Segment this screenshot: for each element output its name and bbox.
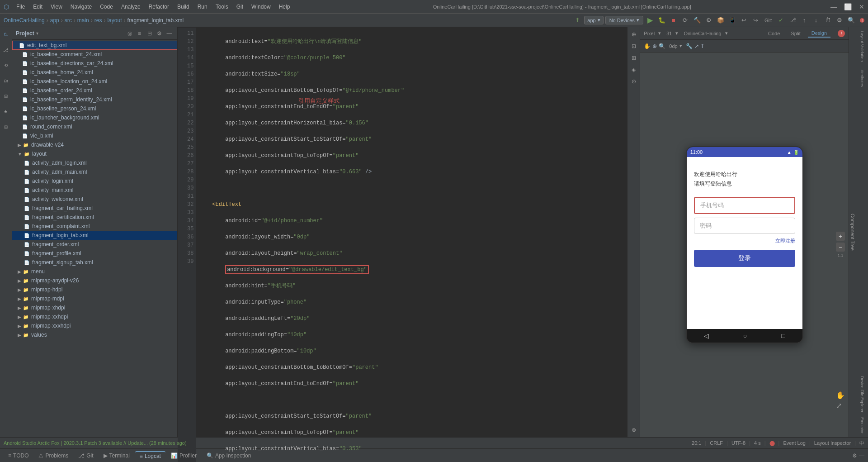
preview-tab-split[interactable]: Split [787, 30, 804, 37]
menu-bar[interactable]: File Edit View Navigate Code Analyze Ref… [13, 3, 293, 11]
file-activity-adm-login[interactable]: 📄 activity_adm_login.xml [12, 158, 177, 167]
sidebar-project-icon[interactable]: P [0, 29, 11, 40]
file-ic-comment[interactable]: 📄 ic_baseline_comment_24.xml [12, 50, 177, 59]
preview-zoom-icon[interactable]: 🔍 [659, 43, 665, 49]
sidebar-resource-icon[interactable]: 🗂 [0, 75, 11, 86]
file-fragment-login-tab[interactable]: 📄 fragment_login_tab.xml [12, 231, 177, 240]
preview-pan-icon[interactable]: ⊕ [652, 43, 657, 49]
file-fragment-signup-tab[interactable]: 📄 fragment_signup_tab.xml [12, 258, 177, 267]
phone-register-link[interactable]: 立即注册 [775, 238, 795, 243]
encoding-label[interactable]: UTF-8 [731, 440, 745, 446]
code-content[interactable]: android:text="欢迎使用哈哈出行\n请填写登陆信息" android… [196, 28, 627, 462]
folder-mipmap-mdpi[interactable]: ▶ 📁 mipmap-mdpi [12, 294, 177, 303]
file-fragment-order[interactable]: 📄 fragment_order.xml [12, 240, 177, 249]
tab-app-inspection[interactable]: 🔍 App Inspection [202, 452, 255, 460]
menu-file[interactable]: File [13, 3, 28, 11]
arrow-icon[interactable]: ⬆ [572, 15, 582, 25]
file-ic-perm[interactable]: 📄 ic_baseline_perm_identity_24.xml [12, 95, 177, 104]
tab-todo[interactable]: ≡ TODO [4, 452, 33, 460]
breadcrumb-res[interactable]: res [94, 17, 102, 24]
emulator-label[interactable]: Emulator [859, 415, 865, 435]
collapse-all-icon[interactable]: ⊟ [146, 29, 154, 38]
breadcrumb-app[interactable]: app [50, 17, 59, 24]
preview-tab-code[interactable]: Code [764, 30, 783, 37]
palette-icon-bottom[interactable]: ⊛ [628, 424, 639, 435]
file-edit-text-bg[interactable]: 📄 edit_text_bg.xml [12, 41, 177, 50]
close-button[interactable]: ✕ [859, 3, 864, 10]
menu-analyze[interactable]: Analyze [118, 3, 144, 11]
zoom-out-button[interactable]: − [836, 243, 845, 252]
file-activity-adm-main[interactable]: 📄 activity_adm_main.xml [12, 167, 177, 176]
layout-inspector-link[interactable]: Layout Inspector [814, 440, 851, 446]
event-log-link[interactable]: Event Log [783, 440, 806, 446]
folder-menu[interactable]: ▶ 📁 menu [12, 267, 177, 276]
palette-icon-3[interactable]: ⊞ [628, 52, 639, 63]
folder-drawable-v24[interactable]: ▶ 📁 drawable-v24 [12, 140, 177, 149]
minimize-button[interactable]: — [830, 3, 837, 10]
menu-edit[interactable]: Edit [29, 3, 46, 11]
file-ic-home[interactable]: 📄 ic_baseline_home_24.xml [12, 68, 177, 77]
redo-icon[interactable]: ↪ [751, 15, 761, 25]
git-check-icon[interactable]: ✓ [776, 15, 786, 25]
folder-mipmap-xxhdpi[interactable]: ▶ 📁 mipmap-xxhdpi [12, 312, 177, 321]
locate-file-icon[interactable]: ◎ [126, 29, 134, 38]
file-vie-b[interactable]: 📄 vie_b.xml [12, 131, 177, 140]
palette-icon-5[interactable]: ⊙ [628, 76, 639, 87]
palette-icon-2[interactable]: ⊡ [628, 41, 639, 52]
sidebar-commit-icon[interactable]: ⎇ [0, 44, 11, 55]
preview-toolbar-pixel[interactable]: Pixel [644, 31, 655, 36]
preview-wrench-icon[interactable]: 🔧 [686, 43, 693, 49]
menu-view[interactable]: View [47, 3, 66, 11]
file-round-corner[interactable]: 📄 round_corner.xml [12, 122, 177, 131]
attributes-label[interactable]: Attributes [859, 68, 865, 89]
folder-mipmap-xxxhdpi[interactable]: ▶ 📁 mipmap-xxxhdpi [12, 321, 177, 330]
git-merge-icon[interactable]: ⎇ [788, 15, 797, 25]
preview-toolbar-app-name[interactable]: OnlineCarHailing [684, 31, 721, 36]
folder-layout[interactable]: ▼ 📁 layout [12, 149, 177, 158]
tab-profiler[interactable]: 📊 Profiler [166, 452, 201, 460]
menu-window[interactable]: Window [248, 3, 274, 11]
avd-icon[interactable]: 📱 [727, 15, 737, 25]
maximize-button[interactable]: ⬜ [844, 3, 852, 10]
preview-cursor-icon[interactable]: ↗ [694, 43, 699, 49]
phone-password-input[interactable]: 密码 [694, 218, 795, 234]
file-ic-order[interactable]: 📄 ic_baseline_order_24.xml [12, 86, 177, 95]
phone-home-icon[interactable]: ○ [743, 332, 747, 339]
folder-mipmap-xhdpi[interactable]: ▶ 📁 mipmap-xhdpi [12, 303, 177, 312]
git-history-icon[interactable]: ⏱ [823, 15, 833, 25]
layout-validation-label[interactable]: Layout Validation [859, 29, 865, 63]
build-button[interactable]: 🔨 [692, 15, 702, 25]
file-fragment-certification[interactable]: 📄 fragment_certification.xml [12, 213, 177, 222]
breadcrumb-project[interactable]: OnlineCarHailing [4, 17, 45, 24]
close-panel-icon[interactable]: — [165, 29, 174, 38]
breadcrumb-file[interactable]: fragment_login_tab.xml [127, 17, 184, 24]
settings-gear-icon[interactable]: ⚙ [156, 29, 164, 38]
menu-code[interactable]: Code [96, 3, 117, 11]
phone-recent-icon[interactable]: □ [781, 332, 785, 339]
gradle-icon[interactable]: ⚙ [704, 15, 714, 25]
palette-icon-4[interactable]: ◈ [628, 64, 639, 75]
breadcrumb-main[interactable]: main [77, 17, 89, 24]
file-fragment-profile[interactable]: 📄 fragment_profile.xml [12, 249, 177, 258]
indent-label[interactable]: 4 s [754, 440, 761, 446]
preview-tab-design[interactable]: Design [808, 29, 830, 38]
tab-git[interactable]: ⎇ Git [74, 452, 98, 460]
undo-icon[interactable]: ↩ [739, 15, 749, 25]
bottom-settings-icon[interactable]: ⚙ [852, 452, 857, 459]
file-activity-login[interactable]: 📄 activity_login.xml [12, 176, 177, 186]
menu-refactor[interactable]: Refactor [145, 3, 173, 11]
file-fragment-complaint[interactable]: 📄 fragment_complaint.xml [12, 222, 177, 231]
file-activity-welcome[interactable]: 📄 activity_welcome.xml [12, 195, 177, 204]
breadcrumb-src[interactable]: src [65, 17, 72, 24]
crlf-label[interactable]: CRLF [710, 440, 723, 446]
git-pull-icon[interactable]: ↓ [811, 15, 821, 25]
file-ic-launcher-bg[interactable]: 📄 ic_launcher_background.xml [12, 113, 177, 122]
device-selector[interactable]: No Devices ▾ [605, 16, 643, 24]
git-push-icon[interactable]: ↑ [799, 15, 809, 25]
palette-icon-1[interactable]: ⊕ [628, 29, 639, 40]
window-controls[interactable]: — ⬜ ✕ [830, 3, 864, 10]
hand-icon[interactable]: ✋ [836, 391, 845, 400]
menu-build[interactable]: Build [174, 3, 193, 11]
folder-mipmap-hdpi[interactable]: ▶ 📁 mipmap-hdpi [12, 285, 177, 294]
stop-button[interactable]: ■ [669, 15, 679, 25]
